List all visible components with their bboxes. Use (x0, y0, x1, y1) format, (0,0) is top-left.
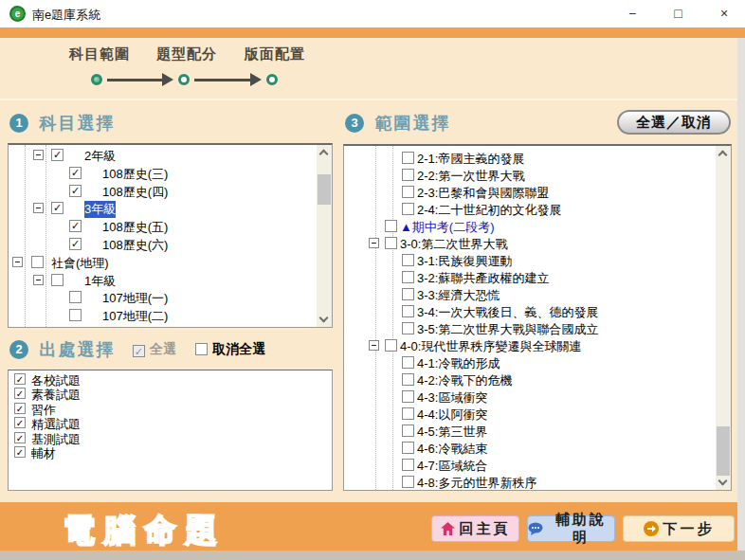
list-item[interactable]: 習作 (12, 402, 328, 416)
tree-row[interactable]: 3-3:經濟大恐慌 (344, 286, 716, 303)
tree-checkbox[interactable] (402, 459, 414, 471)
list-item[interactable]: 素養試題 (12, 387, 328, 401)
tree-checkbox[interactable] (402, 322, 414, 334)
tree-label[interactable]: 1年級 (84, 273, 116, 290)
list-checkbox[interactable] (14, 403, 26, 414)
tree-checkbox[interactable] (402, 390, 414, 403)
tree-checkbox[interactable] (402, 288, 414, 300)
tree-row[interactable]: 2年級 (9, 325, 317, 328)
tree-checkbox[interactable] (51, 202, 64, 214)
tree-checkbox[interactable] (402, 442, 414, 454)
tree-row[interactable]: 4-0:現代世界秩序變遷與全球關連 (344, 337, 716, 354)
tree-label[interactable]: 2年級 (84, 148, 116, 165)
tree-checkbox[interactable] (385, 220, 397, 232)
tree-label[interactable]: 2-1:帝國主義的發展 (417, 151, 524, 168)
tree-row[interactable]: 2-1:帝國主義的發展 (344, 150, 716, 167)
tree-checkbox[interactable] (51, 149, 64, 161)
expander-icon[interactable] (33, 275, 44, 285)
tree-row[interactable]: 2-3:巴黎和會與國際聯盟 (344, 184, 716, 201)
tree-label[interactable]: 4-0:現代世界秩序變遷與全球關連 (400, 338, 581, 355)
tree-label[interactable]: 4-8:多元的世界新秩序 (417, 475, 536, 491)
tree-row[interactable]: 108歷史(四) (9, 183, 317, 201)
tree-checkbox[interactable] (402, 356, 414, 369)
tree-row[interactable]: 2年級 (9, 147, 317, 165)
help-button[interactable]: 輔助說明 (527, 515, 615, 542)
tree-row[interactable]: 4-1:冷戰的形成 (344, 354, 716, 371)
tree-checkbox[interactable] (51, 274, 64, 286)
tree-label[interactable]: 4-7:區域統合 (417, 458, 487, 475)
tree-label[interactable]: 4-6:冷戰結束 (417, 441, 487, 458)
tree-checkbox[interactable] (402, 169, 414, 181)
tree-checkbox[interactable] (402, 152, 414, 164)
scope-tree[interactable]: 2-1:帝國主義的發展2-2:第一次世界大戰2-3:巴黎和會與國際聯盟2-4:二… (343, 144, 732, 491)
tree-label[interactable]: 3-2:蘇聯共產政權的建立 (417, 270, 549, 287)
tree-checkbox[interactable] (31, 256, 44, 268)
tree-checkbox[interactable] (69, 238, 82, 250)
close-button[interactable]: × (703, 0, 745, 27)
tree-checkbox[interactable] (402, 476, 414, 488)
tree-label[interactable]: 108歷史(六) (102, 237, 168, 254)
tree-row[interactable]: 4-7:區域統合 (344, 457, 716, 474)
expander-icon[interactable] (369, 238, 379, 248)
tree-row[interactable]: 1年級 (9, 272, 317, 290)
tree-label[interactable]: 3-5:第二次世界大戰與聯合國成立 (417, 321, 598, 338)
tree-checkbox[interactable] (69, 220, 82, 232)
tree-label[interactable]: 社會(地理) (51, 255, 109, 272)
tree-row[interactable]: 3-0:第二次世界大戰 (344, 235, 716, 252)
tree-label[interactable]: 4-3:區域衝突 (417, 389, 487, 406)
tree-row[interactable]: 4-4:以阿衝突 (344, 406, 716, 423)
minimize-button[interactable]: − (611, 0, 653, 27)
tree-checkbox[interactable] (385, 339, 397, 352)
tree-label[interactable]: 107地理(二) (102, 308, 168, 325)
tree-checkbox[interactable] (402, 203, 414, 215)
tree-row[interactable]: 107地理(二) (9, 307, 317, 325)
list-label[interactable]: 輔材 (31, 445, 56, 462)
tree-checkbox[interactable] (402, 271, 414, 283)
source-listbox[interactable]: 各校試題素養試題習作精選試題基測試題輔材 (8, 370, 333, 491)
expander-icon[interactable] (33, 203, 44, 213)
select-toggle-button[interactable]: 全選／取消 (617, 110, 731, 135)
tree-checkbox[interactable] (69, 291, 82, 303)
tree-label[interactable]: 3年級 (84, 201, 116, 218)
tree-label[interactable]: 108歷史(三) (102, 166, 168, 183)
tree-row[interactable]: 3-5:第二次世界大戰與聯合國成立 (344, 320, 716, 337)
tree-checkbox[interactable] (402, 254, 414, 266)
scroll-up-icon[interactable] (317, 145, 332, 160)
tree-label[interactable]: 4-2:冷戰下的危機 (417, 372, 512, 389)
tree-row[interactable]: 107地理(一) (9, 289, 317, 307)
list-checkbox[interactable] (14, 432, 26, 443)
scroll-up-icon[interactable] (716, 146, 731, 161)
scroll-thumb[interactable] (717, 426, 730, 476)
tree-label[interactable]: 2-2:第一次世界大戰 (417, 168, 524, 185)
tree-row[interactable]: 4-2:冷戰下的危機 (344, 371, 716, 388)
tree-label[interactable]: 3-0:第二次世界大戰 (400, 236, 507, 253)
expander-icon[interactable] (12, 257, 23, 267)
tree-checkbox[interactable] (402, 373, 414, 386)
tree-label[interactable]: 3-4:一次大戰後日、義、德的發展 (417, 304, 598, 321)
tree-label[interactable]: 3-1:民族復興運動 (417, 253, 512, 270)
tree-row[interactable]: 4-8:多元的世界新秩序 (344, 474, 716, 491)
tree-label[interactable]: 2-4:二十世紀初的文化發展 (417, 202, 561, 219)
next-button[interactable]: 下一步 (623, 515, 735, 542)
tree-row[interactable]: 社會(地理) (9, 254, 317, 272)
scope-tree-scrollbar[interactable] (716, 146, 731, 490)
tree-label[interactable]: 2-3:巴黎和會與國際聯盟 (417, 185, 549, 202)
tree-label[interactable]: 3-3:經濟大恐慌 (417, 287, 500, 304)
tree-row[interactable]: 108歷史(六) (9, 236, 317, 254)
tree-row[interactable]: 3年級 (9, 200, 317, 218)
list-item[interactable]: 輔材 (12, 445, 328, 460)
expander-icon[interactable] (33, 150, 44, 160)
tree-checkbox[interactable] (402, 305, 414, 317)
tree-row[interactable]: 4-3:區域衝突 (344, 388, 716, 406)
expander-icon[interactable] (369, 340, 379, 351)
list-checkbox[interactable] (14, 373, 26, 385)
list-item[interactable]: 精選試題 (12, 416, 328, 430)
list-checkbox[interactable] (14, 417, 26, 428)
tree-row[interactable]: 3-1:民族復興運動 (344, 252, 716, 269)
subject-tree-scrollbar[interactable] (317, 145, 332, 327)
tree-label[interactable]: ▲期中考(二段考) (400, 219, 495, 236)
subject-tree[interactable]: 2年級108歷史(三)108歷史(四)3年級108歷史(五)108歷史(六)社會… (8, 143, 333, 328)
tree-row[interactable]: 3-2:蘇聯共產政權的建立 (344, 269, 716, 286)
tree-label[interactable]: 108歷史(四) (102, 184, 168, 201)
list-item[interactable]: 各校試題 (12, 372, 328, 387)
